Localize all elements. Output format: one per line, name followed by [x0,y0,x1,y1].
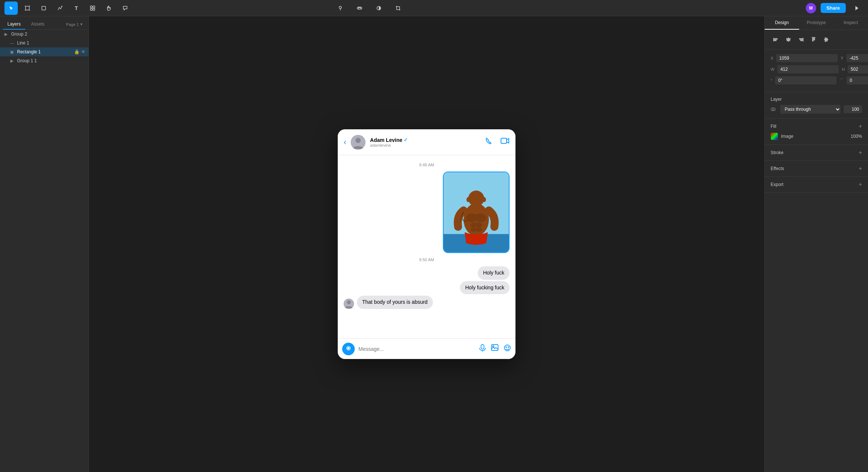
add-effect-button[interactable]: + [859,165,862,172]
input-actions [479,344,511,353]
layer-label-group2: Group 2 [11,31,27,37]
tab-design[interactable]: Design [765,16,799,30]
camera-button[interactable] [342,343,355,355]
message-input[interactable] [358,346,475,352]
infinity-tool-button[interactable] [353,1,366,15]
y-label: Y [841,56,843,60]
svg-rect-0 [26,6,29,10]
toolbar-right: M Share [806,1,864,15]
move-tool-button[interactable] [4,1,18,15]
w-input[interactable] [777,65,839,73]
align-left-button[interactable] [771,34,781,45]
emoji-icon[interactable] [504,344,511,353]
tab-layers[interactable]: Layers [3,19,25,30]
pin-tool-button[interactable] [334,1,347,15]
blend-mode-select[interactable]: Pass through [780,105,841,114]
message-row-2: Holy fucking fuck [344,281,510,295]
effects-section: Effects + [765,161,868,177]
svg-rect-34 [481,345,484,349]
crop-tool-button[interactable] [391,1,405,15]
toolbar: T [0,0,868,16]
contrast-tool-button[interactable] [372,1,385,15]
text-tool-button[interactable]: T [70,1,83,15]
back-button[interactable]: ‹ [344,137,346,147]
align-middle-v-button[interactable] [821,34,831,45]
svg-point-38 [504,345,510,351]
image-bubble[interactable]: 412 × 502 [443,172,510,253]
present-button[interactable] [850,1,864,15]
hand-tool-button[interactable] [102,1,116,15]
svg-rect-42 [774,39,777,39]
svg-rect-49 [801,40,802,41]
main-layout: Layers Assets Page 1 ▾ ▶ Group 2 — Line … [0,16,868,472]
align-right-button[interactable] [796,34,806,45]
svg-rect-21 [473,205,479,210]
group-icon-2: ▶ [9,58,15,64]
c-input[interactable] [847,76,868,84]
svg-point-39 [506,347,507,348]
share-button[interactable]: Share [821,3,846,13]
y-input[interactable] [847,54,868,62]
page-selector[interactable]: Page 1 ▾ [63,19,86,29]
svg-line-3 [25,10,26,11]
page-chevron-icon: ▾ [80,22,83,27]
fill-type-label: Image [781,134,848,139]
header-actions [485,137,510,147]
frame-tool-button[interactable] [21,1,34,15]
bubble-1: Holy fuck [478,266,510,280]
layer-item-group2[interactable]: ▶ Group 2 [0,30,89,39]
phone-icon[interactable] [485,137,493,147]
stroke-title: Stroke [771,150,784,155]
align-center-h-button[interactable] [783,34,794,45]
contact-name: Adam Levine ✓ [370,137,408,143]
fill-section-header: Fill + [771,123,862,130]
svg-rect-36 [491,345,498,350]
svg-point-40 [508,347,509,348]
tab-inspect[interactable]: Inspect [834,16,868,30]
layer-item-group11[interactable]: ▶ Group 1 1 [0,56,89,65]
fill-title: Fill [771,124,776,129]
add-fill-button[interactable]: + [859,123,862,130]
eye-icon[interactable]: 👁 [81,49,86,54]
layer-item-rect1[interactable]: ▣ Rectangle 1 🔒 👁 [0,47,89,56]
x-input[interactable] [776,54,838,62]
image-picker-icon[interactable] [491,344,498,353]
align-row [771,34,862,45]
microphone-icon[interactable] [479,344,486,353]
layer-label-rect1: Rectangle 1 [17,49,41,54]
comment-tool-button[interactable] [118,1,132,15]
message-row-1: Holy fuck [344,266,510,280]
svg-rect-52 [814,38,815,40]
h-input[interactable] [848,65,868,73]
opacity-input[interactable] [844,105,862,113]
align-top-button[interactable] [808,34,819,45]
video-icon[interactable] [501,137,510,147]
w-label: W [771,67,774,72]
line-icon: — [9,40,15,46]
svg-point-6 [61,6,63,7]
tab-assets[interactable]: Assets [27,19,49,30]
components-tool-button[interactable] [86,1,99,15]
add-export-button[interactable]: + [859,181,862,188]
fill-swatch[interactable] [771,133,778,140]
shape-tool-button[interactable] [37,1,50,15]
chat-messages: 9:48 AM [338,155,515,338]
fill-opacity-label: 100% [851,134,862,139]
pen-tool-button[interactable] [53,1,67,15]
r-input[interactable] [775,76,837,84]
svg-rect-8 [93,6,95,8]
image-content [444,172,509,252]
fill-section: Fill + Image 100% [765,119,868,145]
bubble-3: That body of yours is absurd [357,296,433,309]
stroke-section-header: Stroke + [771,149,862,156]
layer-label-line1: Line 1 [17,40,29,46]
tab-prototype[interactable]: Prototype [799,16,834,30]
r-label: ° [771,78,772,83]
add-stroke-button[interactable]: + [859,149,862,156]
svg-point-29 [483,197,486,202]
svg-rect-51 [812,38,813,41]
svg-rect-10 [93,9,95,10]
stroke-section: Stroke + [765,145,868,161]
svg-point-11 [339,6,341,9]
layer-item-line1[interactable]: — Line 1 [0,39,89,47]
